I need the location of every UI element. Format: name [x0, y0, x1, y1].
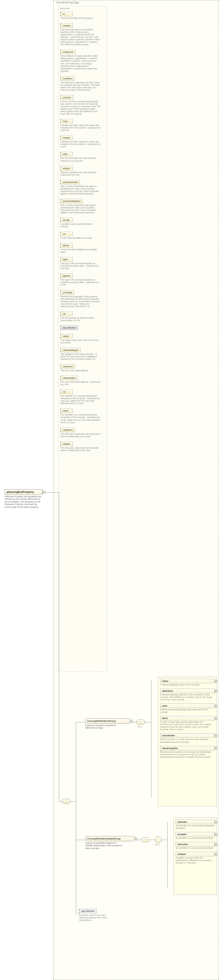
- attr-doc: The date (and, optionally, the time) aft…: [61, 447, 101, 452]
- expand-icon[interactable]: +: [215, 747, 217, 749]
- expand-icon[interactable]: +: [215, 680, 217, 682]
- expand-icon[interactable]: +: [215, 717, 217, 720]
- child-remoteInfo: remoteInfo+A link to an item or a web re…: [160, 733, 215, 743]
- expand-icon[interactable]: +: [215, 690, 217, 692]
- attr-doc: If the property value is not defined, sp…: [61, 29, 101, 46]
- elem-box[interactable]: name+: [160, 679, 215, 683]
- attr-box[interactable]: valuedatatype: [61, 348, 80, 352]
- attr-box[interactable]: validfrom: [61, 428, 75, 432]
- attr-doc: The unit of the value attribute - expres…: [61, 381, 101, 386]
- root-element-box[interactable]: planningExtProperty −: [5, 489, 42, 495]
- any-other-element: any ##other Extension point for provider…: [79, 909, 110, 921]
- attr-box[interactable]: howuri: [61, 135, 73, 140]
- rel-group-name: ConceptRelationshipsGroup: [87, 837, 120, 840]
- attr-box[interactable]: creatoruri: [61, 49, 75, 54]
- attr-doc: Indicates by which means the value was e…: [61, 141, 101, 148]
- attribute-rel: relThe identifier of a concept defining …: [61, 390, 106, 405]
- elem-box[interactable]: facet+: [160, 716, 215, 721]
- group-label[interactable]: ConceptDefinitionGroup −: [85, 718, 130, 724]
- attribute-how: howIndicates by which means the value wa…: [61, 119, 106, 132]
- connector: [150, 840, 155, 840]
- attr-box[interactable]: rel: [61, 390, 73, 394]
- attr-box[interactable]: uri: [61, 232, 73, 236]
- elem-box[interactable]: broader+: [176, 832, 215, 837]
- expand-icon[interactable]: +: [215, 843, 217, 846]
- attr-doc: The date (and, optionally, the time) whe…: [61, 81, 101, 91]
- attr-doc: Why the metadata has been included - exp…: [61, 171, 101, 176]
- attr-box[interactable]: any ##other: [61, 325, 78, 330]
- attr-box[interactable]: pubconstrainturi: [61, 199, 83, 204]
- elem-box[interactable]: definition+: [160, 689, 215, 693]
- cardinality: 0..∞: [138, 725, 142, 728]
- child-facet: facet+In NAR 1.8 and later, facet is dep…: [160, 716, 215, 731]
- expand-icon[interactable]: +: [215, 821, 217, 823]
- root-element: planningExtProperty − Extension Property…: [5, 489, 42, 508]
- attr-box[interactable]: id: [61, 12, 73, 16]
- child-broader: broader+An identifier of a more generic …: [176, 832, 215, 839]
- attr-box[interactable]: custom: [61, 95, 73, 100]
- child-related: related+A related concept, where the rel…: [176, 852, 215, 864]
- attr-box[interactable]: reluri: [61, 409, 73, 413]
- elem-box[interactable]: hierarchyInfo+: [160, 746, 215, 751]
- sequence-symbol: [136, 720, 145, 725]
- attr-box[interactable]: value: [61, 334, 73, 339]
- sequence-symbol: [141, 837, 150, 842]
- connector: [76, 722, 85, 722]
- attribute-xml-lang: xml:langSpecifies the language of this p…: [61, 290, 106, 308]
- child-doc: A natural language definition of the sem…: [160, 694, 213, 701]
- attr-box[interactable]: valueunit: [61, 364, 75, 369]
- attr-box[interactable]: literal: [61, 243, 73, 248]
- attr-box[interactable]: valueunituri: [61, 375, 78, 380]
- elem-box[interactable]: note+: [160, 703, 215, 708]
- attr-doc: The directionality of textual content (e…: [61, 317, 101, 322]
- attr-doc: The local identifier of the property.: [61, 17, 101, 19]
- child-doc: An identifier of a concept with equivale…: [176, 824, 215, 829]
- connector: [76, 722, 76, 914]
- elem-box[interactable]: remoteInfo+: [160, 733, 215, 738]
- elem-box[interactable]: narrower+: [176, 842, 215, 846]
- expand-icon[interactable]: +: [215, 833, 217, 836]
- attribute-type: typeThe type of the concept assigned as …: [61, 257, 106, 270]
- attr-box[interactable]: typeuri: [61, 274, 73, 278]
- attribute-creator: creatorIf the property value is not defi…: [61, 23, 106, 46]
- attribute-whyuri: whyuriWhy the metadata has been included…: [61, 166, 106, 176]
- child-name: name+A natural language name for the con…: [160, 679, 215, 686]
- elem-box[interactable]: sameAs+: [176, 819, 215, 824]
- attr-doc: The unit of the value attribute.: [61, 369, 101, 372]
- group-label[interactable]: ConceptRelationshipsGroup −: [85, 836, 135, 841]
- elem-box[interactable]: related+: [176, 852, 215, 856]
- attr-box[interactable]: whyuri: [61, 166, 73, 170]
- connector: [151, 680, 152, 797]
- rel-group-doc: A group of properties required to indica…: [85, 842, 122, 850]
- attr-doc: A free-text value assigned as property v…: [61, 248, 101, 253]
- attribute-valuedatatype: valuedatatypeThe datatype of the value a…: [61, 348, 106, 360]
- expand-icon[interactable]: +: [215, 853, 217, 856]
- cardinality: 0..∞: [155, 843, 160, 846]
- expand-icon[interactable]: +: [215, 734, 217, 737]
- attr-box[interactable]: pubconstraint: [61, 180, 80, 185]
- attr-doc: Specifies the language of this property …: [61, 295, 101, 308]
- attr-box[interactable]: how: [61, 119, 73, 124]
- attr-box[interactable]: creator: [61, 23, 73, 28]
- child-doc: An identifier of a more specific concept…: [176, 847, 215, 850]
- def-group-name: ConceptDefinitionGroup: [87, 720, 116, 722]
- attribute-typeuri: typeuriThe type of the concept assigned …: [61, 274, 106, 286]
- attr-box[interactable]: modified: [61, 76, 74, 81]
- root-name: planningExtProperty: [6, 490, 34, 493]
- attr-box[interactable]: why: [61, 152, 73, 156]
- connector: [162, 840, 167, 840]
- attr-box[interactable]: type: [61, 257, 73, 262]
- attr-box[interactable]: dir: [61, 312, 73, 316]
- attr-box[interactable]: validto: [61, 442, 73, 446]
- attribute-why: whyWhy the metadata has been included - …: [61, 152, 106, 162]
- child-narrower: narrower+An identifier of a more specifi…: [176, 842, 215, 850]
- attr-doc: Indicates by which means the value was e…: [61, 124, 101, 132]
- expand-icon[interactable]: +: [215, 705, 217, 707]
- attribute-qcode: qcodeA qualified code which identifies a…: [61, 218, 106, 228]
- connector: [42, 492, 59, 493]
- any-box[interactable]: any ##other: [79, 909, 97, 913]
- expand-icon[interactable]: −: [42, 491, 45, 493]
- attr-box[interactable]: xml:lang: [61, 290, 74, 295]
- attr-box[interactable]: qcode: [61, 218, 73, 222]
- attribute-any-other: any ##other: [61, 325, 106, 330]
